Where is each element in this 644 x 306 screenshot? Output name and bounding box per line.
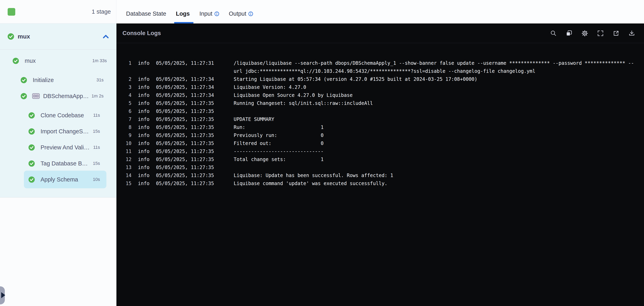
log-message <box>234 107 644 115</box>
log-line: 7info05/05/2025, 11:27:35UPDATE SUMMARY <box>120 115 644 123</box>
log-timestamp: 05/05/2025, 11:27:31 <box>156 59 214 67</box>
tree-item-label: Clone Codebase <box>40 112 84 119</box>
success-check-icon <box>28 176 35 183</box>
log-level: info <box>138 179 150 188</box>
tab-label: Output <box>229 10 246 17</box>
log-level: info <box>138 115 150 123</box>
success-check-icon <box>28 144 35 151</box>
log-line-number: 4 <box>120 91 132 99</box>
log-timestamp: 05/05/2025, 11:27:35 <box>156 147 214 155</box>
stage-group-label: mux <box>18 33 30 40</box>
log-line-number: 15 <box>120 179 132 188</box>
log-message: Starting Liquibase at 05:57:34 (version … <box>234 75 644 83</box>
stage-count-label: 1 stage <box>92 0 111 23</box>
log-line-number: 14 <box>120 171 132 179</box>
log-level: info <box>138 83 150 91</box>
log-line: 5info05/05/2025, 11:27:35Running Changes… <box>120 99 644 107</box>
tree-item-label: Initialize <box>33 77 54 83</box>
pipeline-sidebar: 1 stage mux mux 1m 33s Initialize 31s <box>0 0 116 306</box>
settings-gear-icon[interactable] <box>581 30 588 37</box>
tree-item-duration: 1m 33s <box>92 58 107 63</box>
tab-input[interactable]: Input <box>199 10 219 17</box>
log-line-number: 12 <box>120 155 132 163</box>
log-timestamp: 05/05/2025, 11:27:34 <box>156 75 214 83</box>
log-level: info <box>138 155 150 163</box>
log-message: Run: 1 <box>234 123 644 131</box>
tree-item-dbschemaapply[interactable]: DBSchemaApp… 1m 2s <box>21 92 104 100</box>
tree-item-duration: 31s <box>96 77 104 83</box>
log-message: Running Changeset: sql/init.sql::raw::in… <box>234 99 644 107</box>
log-timestamp: 05/05/2025, 11:27:35 <box>156 139 214 147</box>
console-toolbar <box>550 30 644 37</box>
info-icon <box>248 11 253 16</box>
log-line: 12info05/05/2025, 11:27:35Total change s… <box>120 155 644 163</box>
log-level: info <box>138 107 150 115</box>
tab-label: Input <box>199 10 212 17</box>
tree-item-label: Preview And Vali… <box>40 144 90 151</box>
log-message: UPDATE SUMMARY <box>234 115 644 123</box>
log-level: info <box>138 91 150 99</box>
log-timestamp: 05/05/2025, 11:27:35 <box>156 171 214 179</box>
log-message: Total change sets: 1 <box>234 155 644 163</box>
tree-item-duration: 10s <box>93 177 100 182</box>
stage-status-square-icon <box>8 8 15 16</box>
copy-icon[interactable] <box>566 30 572 37</box>
tree-item-label: mux <box>25 57 36 64</box>
log-level: info <box>138 99 150 107</box>
detail-tabbar: Database State Logs Input Output <box>116 0 644 23</box>
tab-label: Logs <box>176 10 190 17</box>
tree-item-duration: 11s <box>93 145 100 150</box>
success-check-icon <box>28 112 35 118</box>
stage-group-header[interactable]: mux <box>0 23 116 49</box>
console-title: Console Logs <box>122 30 161 36</box>
log-message: Filtered out: 0 <box>234 139 644 147</box>
log-timestamp: 05/05/2025, 11:27:35 <box>156 131 214 139</box>
sidebar-header: 1 stage <box>0 0 116 23</box>
tree-item-clone-codebase[interactable]: Clone Codebase 11s <box>28 111 100 120</box>
tree-item-label: Tag Database B… <box>40 160 88 167</box>
tree-item-label: Apply Schema <box>40 176 78 183</box>
log-line: 14info05/05/2025, 11:27:35Liquibase: Upd… <box>120 171 644 179</box>
log-line: 2info05/05/2025, 11:27:34Starting Liquib… <box>120 75 644 83</box>
success-check-icon <box>8 33 14 40</box>
tree-item-preview-and-validate[interactable]: Preview And Vali… 11s <box>28 143 100 152</box>
tab-output[interactable]: Output <box>229 10 253 17</box>
chevron-up-icon <box>102 34 109 39</box>
tab-database-state[interactable]: Database State <box>126 10 166 17</box>
tree-item-tag-database[interactable]: Tag Database B… 15s <box>28 159 100 168</box>
log-timestamp: 05/05/2025, 11:27:35 <box>156 99 214 107</box>
collapse-stage-button[interactable] <box>102 23 109 49</box>
search-icon[interactable] <box>550 30 557 37</box>
log-message: Previously run: 0 <box>234 131 644 139</box>
download-icon[interactable] <box>628 30 635 37</box>
log-line: 9info05/05/2025, 11:27:35Previously run:… <box>120 131 644 139</box>
success-check-icon <box>28 160 35 167</box>
tree-item-import-changesets[interactable]: Import ChangeS… 15s <box>28 127 100 136</box>
info-icon <box>214 11 219 16</box>
log-scroll-area[interactable]: 1info05/05/2025, 11:27:31/liquibase/liqu… <box>116 43 644 306</box>
tab-logs[interactable]: Logs <box>176 10 190 17</box>
log-message: Liquibase: Update has been successful. R… <box>234 171 644 179</box>
log-line: 6info05/05/2025, 11:27:35 <box>120 107 644 115</box>
console-header: Console Logs <box>116 23 644 43</box>
tree-item-mux[interactable]: mux 1m 33s <box>13 56 107 65</box>
log-message: ------------------------------- <box>234 147 644 155</box>
tree-item-duration: 1m 2s <box>92 93 104 99</box>
tree-item-initialize[interactable]: Initialize 31s <box>21 76 104 84</box>
open-in-new-icon[interactable] <box>613 30 620 37</box>
stage-tree-panel: mux mux 1m 33s Initialize 31s DBSchemaAp… <box>0 23 116 198</box>
tree-item-label: Import ChangeS… <box>40 128 89 135</box>
log-message: Liquibase Open Source 4.27.0 by Liquibas… <box>234 91 644 99</box>
expand-panel-handle[interactable] <box>0 286 5 305</box>
log-line: 13info05/05/2025, 11:27:35 <box>120 163 644 171</box>
log-line-number: 8 <box>120 123 132 131</box>
log-line-number: 2 <box>120 75 132 83</box>
log-line: 15info05/05/2025, 11:27:35Liquibase comm… <box>120 179 644 188</box>
log-message: /liquibase/liquibase --search-path dbops… <box>234 59 644 75</box>
fullscreen-icon[interactable] <box>597 30 604 37</box>
log-line-number: 7 <box>120 115 132 123</box>
log-level: info <box>138 59 150 67</box>
tree-item-label: DBSchemaApp… <box>43 93 89 99</box>
tree-item-apply-schema-selected[interactable]: Apply Schema 10s <box>24 171 106 188</box>
tab-label: Database State <box>126 10 166 17</box>
